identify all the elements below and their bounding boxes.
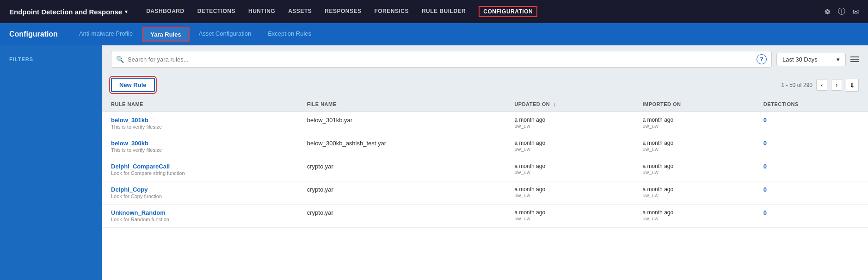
- main-content: 🔍 ? Last 30 Days ▾ New Rule 1 - 50 of 29…: [102, 45, 868, 280]
- col-rule-name: RULE NAME: [102, 97, 298, 112]
- col-detections: DETECTIONS: [754, 97, 868, 112]
- col-updated-on[interactable]: UPDATED ON ↓: [505, 97, 633, 112]
- help-circle-icon[interactable]: ⓘ: [838, 7, 845, 17]
- sidebar: FILTERS: [0, 45, 102, 280]
- file-name-1: below_300kb_ashish_test.yar: [307, 140, 386, 147]
- detection-count-2[interactable]: 0: [763, 163, 767, 170]
- cell-detections-2: 0: [754, 158, 868, 181]
- mail-icon[interactable]: ✉: [853, 7, 859, 16]
- pagination-prev-button[interactable]: ‹: [816, 80, 827, 91]
- search-input[interactable]: [128, 56, 750, 63]
- cell-imported-0: a month ago uw_uw: [633, 112, 754, 135]
- cell-file-name-3: crypto.yar: [298, 181, 505, 205]
- rule-name-link-1[interactable]: below_300kb: [111, 140, 289, 147]
- nav-item-rule-builder[interactable]: RULE BUILDER: [422, 6, 466, 17]
- table-row: below_301kb This is to verify filesize b…: [102, 112, 868, 135]
- imported-time-1: a month ago: [642, 140, 745, 146]
- nav-item-configuration[interactable]: CONFIGURATION: [479, 6, 537, 17]
- rules-table: RULE NAME FILE NAME UPDATED ON ↓ IMPORTE…: [102, 97, 868, 228]
- cell-updated-4: a month ago uw_uw: [505, 205, 633, 228]
- cell-detections-4: 0: [754, 205, 868, 228]
- cell-rule-name-2: Delphi_CompareCall Look for Compare stri…: [102, 158, 298, 181]
- pagination-range: 1 - 50 of 290: [782, 82, 813, 88]
- cell-detections-1: 0: [754, 135, 868, 158]
- rule-name-link-4[interactable]: Unknown_Random: [111, 209, 289, 216]
- sort-arrow-updated: ↓: [554, 101, 556, 107]
- imported-user-3: uw_uw: [642, 193, 745, 198]
- action-row: New Rule 1 - 50 of 290 ‹ › ⇓: [102, 73, 868, 97]
- pagination-next-button[interactable]: ›: [831, 80, 842, 91]
- cell-detections-0: 0: [754, 112, 868, 135]
- tab-asset-config[interactable]: Asset Configuration: [191, 27, 259, 42]
- updated-time-0: a month ago: [514, 117, 624, 123]
- new-rule-button[interactable]: New Rule: [111, 78, 155, 92]
- cell-imported-3: a month ago uw_uw: [633, 181, 754, 205]
- tab-yara-rules[interactable]: Yara Rules: [142, 27, 190, 42]
- sub-header-title: Configuration: [9, 30, 58, 38]
- nav-item-dashboard[interactable]: DASHBOARD: [146, 6, 185, 17]
- app-title-chevron[interactable]: ▾: [125, 9, 128, 15]
- file-name-4: crypto.yar: [307, 209, 333, 216]
- rule-name-link-0[interactable]: below_301kb: [111, 117, 289, 124]
- col-file-name: FILE NAME: [298, 97, 505, 112]
- cell-rule-name-4: Unknown_Random Look for Random function: [102, 205, 298, 228]
- file-name-0: below_301kb.yar: [307, 117, 352, 124]
- date-filter-chevron: ▾: [837, 56, 840, 63]
- detection-count-4[interactable]: 0: [763, 209, 767, 216]
- cell-file-name-4: crypto.yar: [298, 205, 505, 228]
- layout: FILTERS 🔍 ? Last 30 Days ▾ New Rule 1 - …: [0, 45, 868, 280]
- cell-rule-name-3: Delphi_Copy Look for Copy function: [102, 181, 298, 205]
- rule-desc-0: This is to verify filesize: [111, 124, 162, 130]
- help-icon[interactable]: ?: [757, 54, 767, 64]
- updated-user-2: uw_uw: [514, 169, 624, 175]
- hamburger-menu-icon[interactable]: [850, 56, 859, 62]
- detection-count-1[interactable]: 0: [763, 140, 767, 147]
- updated-user-4: uw_uw: [514, 216, 624, 221]
- date-filter[interactable]: Last 30 Days ▾: [776, 53, 846, 66]
- nav-item-detections[interactable]: DETECTIONS: [197, 6, 235, 17]
- rule-name-link-2[interactable]: Delphi_CompareCall: [111, 163, 289, 170]
- imported-user-2: uw_uw: [642, 169, 745, 175]
- table-container: RULE NAME FILE NAME UPDATED ON ↓ IMPORTE…: [102, 97, 868, 280]
- imported-user-1: uw_uw: [642, 146, 745, 152]
- app-title-text: Endpoint Detection and Response: [9, 8, 122, 16]
- updated-time-2: a month ago: [514, 163, 624, 169]
- file-name-3: crypto.yar: [307, 186, 333, 193]
- nav-item-assets[interactable]: ASSETS: [288, 6, 312, 17]
- download-button[interactable]: ⇓: [846, 79, 859, 92]
- cell-imported-4: a month ago uw_uw: [633, 205, 754, 228]
- tab-anti-malware[interactable]: Anti-malware Profile: [72, 27, 140, 42]
- updated-time-3: a month ago: [514, 186, 624, 193]
- imported-time-4: a month ago: [642, 209, 745, 216]
- nav-item-hunting[interactable]: HUNTING: [248, 6, 275, 17]
- sub-header: Configuration Anti-malware Profile Yara …: [0, 23, 868, 45]
- cell-file-name-0: below_301kb.yar: [298, 112, 505, 135]
- table-row: below_300kb This is to verify filesize b…: [102, 135, 868, 158]
- table-row: Delphi_CompareCall Look for Compare stri…: [102, 158, 868, 181]
- cell-detections-3: 0: [754, 181, 868, 205]
- table-header: RULE NAME FILE NAME UPDATED ON ↓ IMPORTE…: [102, 97, 868, 112]
- cell-updated-1: a month ago uw_uw: [505, 135, 633, 158]
- tab-exception-rules[interactable]: Exception Rules: [260, 27, 319, 42]
- detection-count-0[interactable]: 0: [763, 117, 767, 124]
- rule-name-link-3[interactable]: Delphi_Copy: [111, 186, 289, 193]
- sub-tabs: Anti-malware Profile Yara Rules Asset Co…: [72, 27, 319, 42]
- sidebar-filters-label: FILTERS: [0, 53, 102, 66]
- imported-user-0: uw_uw: [642, 123, 745, 129]
- updated-user-0: uw_uw: [514, 123, 624, 129]
- nav-item-responses[interactable]: RESPONSES: [325, 6, 361, 17]
- rule-desc-2: Look for Compare string function: [111, 170, 185, 176]
- nav-icons: ☸ ⓘ ✉: [824, 7, 859, 17]
- date-filter-label: Last 30 Days: [782, 56, 818, 63]
- updated-user-1: uw_uw: [514, 146, 624, 152]
- updated-user-3: uw_uw: [514, 193, 624, 198]
- nav-item-forensics[interactable]: FORENSICS: [374, 6, 409, 17]
- cell-file-name-1: below_300kb_ashish_test.yar: [298, 135, 505, 158]
- rule-desc-4: Look for Random function: [111, 217, 169, 222]
- rule-desc-3: Look for Copy function: [111, 193, 162, 199]
- detection-count-3[interactable]: 0: [763, 186, 767, 193]
- rule-desc-1: This is to verify filesize: [111, 147, 162, 153]
- user-icon[interactable]: ☸: [824, 7, 831, 16]
- cell-updated-3: a month ago uw_uw: [505, 181, 633, 205]
- imported-time-0: a month ago: [642, 117, 745, 123]
